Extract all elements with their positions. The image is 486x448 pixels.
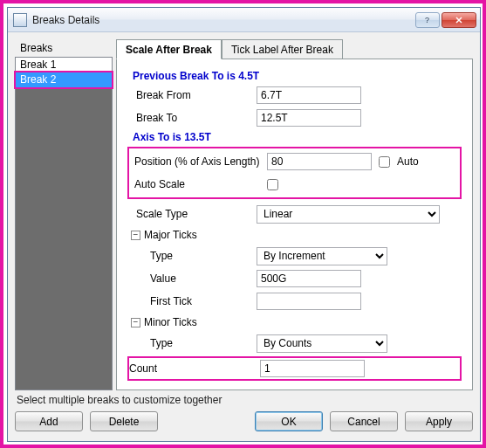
close-icon (454, 15, 464, 25)
minor-ticks-label: Minor Ticks (144, 316, 197, 328)
titlebar[interactable]: Breaks Details ? (8, 8, 480, 32)
auto-scale-label: Auto Scale (129, 178, 267, 190)
highlight-position-group: Position (% of Axis Length) Auto Auto Sc… (127, 147, 462, 199)
cancel-button[interactable]: Cancel (330, 411, 398, 431)
window-title: Breaks Details (32, 14, 414, 26)
break-from-label: Break From (126, 89, 257, 101)
hint-text: Select multiple breaks to customize toge… (15, 390, 473, 411)
close-button[interactable] (442, 12, 476, 28)
add-button[interactable]: Add (15, 411, 83, 431)
break-from-input[interactable] (257, 86, 361, 104)
major-value-input[interactable] (257, 270, 361, 287)
position-auto-checkbox[interactable] (379, 156, 390, 168)
svg-text:?: ? (425, 16, 429, 24)
major-type-select[interactable]: By Increment (257, 247, 387, 265)
scale-type-select[interactable]: Linear (257, 205, 440, 224)
position-auto-label: Auto (397, 155, 419, 168)
major-type-label: Type (126, 250, 257, 262)
highlight-count-row: Count (127, 356, 462, 381)
help-icon: ? (422, 15, 433, 25)
major-ticks-header[interactable]: − Major Ticks (126, 225, 463, 245)
tab-panel-scale-after-break: Previous Break To is 4.5T Break From Bre… (116, 59, 473, 390)
axis-to-label: Axis To is 13.5T (126, 129, 463, 145)
list-item[interactable]: Break 2 (16, 72, 112, 87)
ok-button[interactable]: OK (255, 411, 323, 431)
breaks-list[interactable]: Break 1 Break 2 (15, 57, 113, 390)
tab-tick-label-after-break[interactable]: Tick Label After Break (222, 39, 343, 59)
auto-scale-checkbox[interactable] (267, 179, 278, 190)
position-label: Position (% of Axis Length) (129, 155, 267, 168)
dialog-breaks-details: Breaks Details ? Breaks Break 1 Break 2 (7, 7, 481, 442)
major-value-label: Value (126, 272, 257, 285)
break-to-label: Break To (126, 112, 257, 124)
break-to-input[interactable] (257, 109, 361, 127)
minor-count-label: Count (129, 362, 260, 375)
tab-scale-after-break[interactable]: Scale After Break (116, 39, 222, 59)
minor-count-input[interactable] (260, 360, 365, 377)
scale-type-label: Scale Type (126, 208, 257, 220)
apply-button[interactable]: Apply (405, 411, 473, 431)
collapse-icon: − (131, 318, 140, 327)
major-firsttick-input[interactable] (257, 293, 361, 310)
position-input[interactable] (267, 153, 372, 170)
minor-ticks-header[interactable]: − Minor Ticks (126, 313, 463, 332)
minor-type-select[interactable]: By Counts (257, 334, 387, 353)
minor-type-label: Type (126, 337, 257, 349)
major-ticks-label: Major Ticks (144, 229, 197, 241)
previous-break-to-label: Previous Break To is 4.5T (126, 68, 463, 84)
list-item[interactable]: Break 1 (16, 58, 112, 72)
collapse-icon: − (131, 231, 140, 240)
major-firsttick-label: First Tick (126, 295, 257, 307)
breaks-list-header: Breaks (15, 39, 113, 57)
app-icon (13, 13, 27, 27)
delete-button[interactable]: Delete (90, 411, 158, 431)
help-button[interactable]: ? (415, 12, 440, 28)
